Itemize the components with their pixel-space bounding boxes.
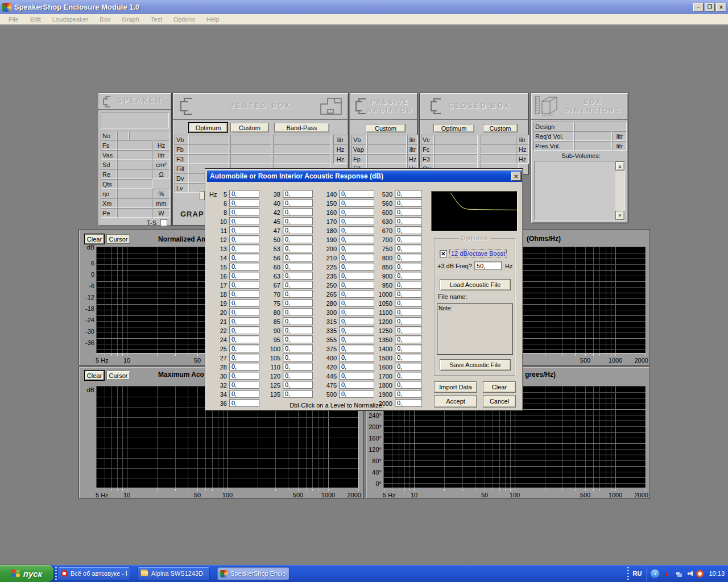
vented-value-cell[interactable] [230, 154, 271, 164]
speaker-value-cell[interactable] [117, 131, 129, 140]
level-input[interactable]: 0, [339, 354, 374, 361]
level-input[interactable]: 0, [229, 399, 259, 407]
level-input[interactable]: 0, [229, 317, 259, 325]
level-input[interactable]: 0, [395, 363, 422, 371]
taskbar-task-2[interactable]: Alpina SWS1243D [137, 567, 210, 580]
level-input[interactable]: 0, [283, 354, 313, 361]
level-input[interactable]: 0, [283, 344, 313, 352]
level-input[interactable]: 0, [229, 290, 259, 298]
start-button[interactable]: пуск [0, 565, 53, 582]
level-input[interactable]: 0, [395, 190, 422, 198]
closed-value-cell[interactable] [481, 135, 519, 144]
close-button[interactable]: x [716, 3, 726, 11]
taskbar-task-1[interactable]: Всё об автозвуке - P... [57, 567, 130, 580]
boxdim-value-cell[interactable] [574, 122, 627, 131]
level-input[interactable]: 0, [339, 190, 374, 198]
graph-cursor-button[interactable]: Cursor [106, 234, 130, 244]
level-input[interactable]: 0, [229, 253, 259, 261]
menu-item-options[interactable]: Options [168, 16, 201, 23]
vented-optimum-button[interactable]: Optimum [189, 123, 228, 132]
level-input[interactable]: 0, [339, 317, 374, 325]
menu-item-file[interactable]: File [3, 16, 24, 23]
vented-value-cell[interactable] [273, 135, 330, 144]
level-input[interactable]: 0, [395, 208, 422, 216]
menu-item-box[interactable]: Box [94, 16, 116, 23]
level-input[interactable]: 0, [395, 390, 422, 398]
level-input[interactable]: 0, [283, 317, 313, 325]
level-input[interactable]: 0, [339, 226, 374, 234]
network-icon[interactable] [673, 569, 682, 578]
level-input[interactable]: 0, [229, 226, 259, 234]
level-input[interactable]: 0, [283, 281, 313, 289]
level-input[interactable]: 0, [339, 253, 374, 261]
level-input[interactable]: 0, [229, 263, 259, 271]
closed-optimum-button[interactable]: Optimum [433, 124, 474, 132]
level-input[interactable]: 0, [339, 272, 374, 280]
restore-button[interactable]: ❐ [705, 3, 715, 11]
level-input[interactable]: 0, [339, 290, 374, 298]
level-input[interactable]: 0, [283, 372, 313, 380]
level-input[interactable]: 0, [339, 299, 374, 307]
subvolumes-listbox[interactable]: ▲ ▼ [534, 161, 625, 221]
graph-clear-button[interactable]: Clear [85, 234, 104, 244]
speaker-value-cell[interactable] [117, 179, 152, 189]
dialog-title-bar[interactable]: Automobile or Room Interior Acoustic Res… [207, 171, 522, 182]
level-input[interactable]: 0, [283, 272, 313, 280]
level-input[interactable]: 0, [339, 381, 374, 389]
import-data-button[interactable]: Import Data [434, 381, 477, 393]
passive-value-cell[interactable] [367, 135, 407, 144]
speaker-value-cell[interactable] [129, 131, 170, 140]
vented-value-cell[interactable] [230, 135, 271, 144]
speaker-value-cell[interactable] [117, 150, 152, 160]
vented-value-cell[interactable] [189, 154, 229, 164]
level-input[interactable]: 0, [395, 217, 422, 225]
passive-value-cell[interactable] [367, 154, 407, 164]
level-input[interactable]: 0, [339, 363, 374, 371]
level-input[interactable]: 0, [395, 317, 422, 325]
level-input[interactable]: 0, [283, 299, 313, 307]
level-input[interactable]: 0, [339, 344, 374, 352]
save-acoustic-file-button[interactable]: Save Acoustic File [440, 359, 511, 371]
level-input[interactable]: 0, [339, 208, 374, 216]
level-input[interactable]: 0, [283, 390, 313, 398]
level-input[interactable]: 0, [283, 235, 313, 243]
vented-custom-button[interactable]: Custom [230, 123, 269, 132]
level-input[interactable]: 0, [339, 372, 374, 380]
level-input[interactable]: 0, [229, 354, 259, 361]
level-input[interactable]: 0, [395, 344, 422, 352]
level-input[interactable]: 0, [339, 199, 374, 207]
level-input[interactable]: 0, [395, 326, 422, 334]
level-input[interactable]: 0, [283, 199, 313, 207]
closed-value-cell[interactable] [481, 144, 519, 154]
subvolumes-scrollbar[interactable]: ▲ ▼ [615, 161, 624, 220]
level-input[interactable]: 0, [229, 190, 259, 198]
level-input[interactable]: 0, [229, 244, 259, 252]
level-input[interactable]: 0, [395, 290, 422, 298]
speaker-value-cell[interactable] [117, 208, 152, 218]
language-indicator[interactable]: RU [633, 570, 642, 577]
boost-freq-input[interactable]: 50, [474, 261, 502, 270]
ts-checkbox[interactable] [160, 219, 167, 226]
level-input[interactable]: 0, [339, 217, 374, 225]
boost-checkbox[interactable]: ✕ [440, 250, 447, 257]
vented-value-cell[interactable] [273, 154, 330, 164]
level-input[interactable]: 0, [283, 326, 313, 334]
graph-cursor-button[interactable]: Cursor [106, 371, 130, 380]
level-input[interactable]: 0, [283, 308, 313, 316]
graph-clear-button[interactable]: Clear [85, 371, 104, 380]
menu-item-help[interactable]: Help [201, 16, 225, 23]
vented-value-cell[interactable] [230, 144, 271, 154]
scroll-down-button[interactable]: ▼ [615, 211, 624, 220]
volume-icon[interactable] [685, 569, 693, 578]
level-input[interactable]: 0, [339, 308, 374, 316]
menu-item-loudspeaker[interactable]: Loudspeaker [47, 16, 94, 23]
level-input[interactable]: 0, [283, 226, 313, 234]
level-input[interactable]: 0, [395, 381, 422, 389]
level-input[interactable]: 0, [395, 272, 422, 280]
closed-value-cell[interactable] [434, 154, 478, 164]
vented-value-cell[interactable] [273, 144, 330, 154]
level-input[interactable]: 0, [339, 235, 374, 243]
level-input[interactable]: 0, [283, 381, 313, 389]
level-input[interactable]: 0, [395, 399, 422, 407]
level-input[interactable]: 0, [395, 281, 422, 289]
